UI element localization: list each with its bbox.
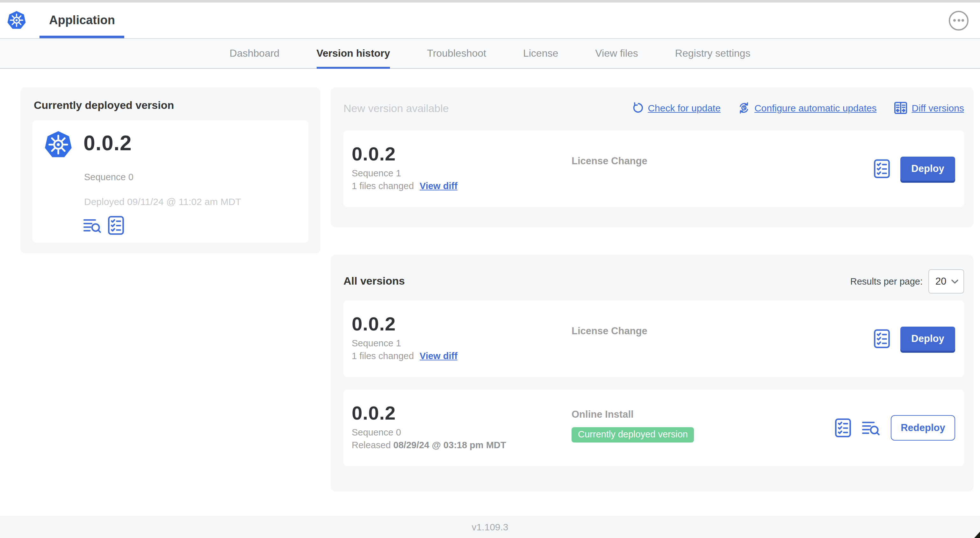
tab-version-history[interactable]: Version history (317, 39, 390, 68)
check-for-update-link[interactable]: Check for update (631, 102, 721, 114)
console-version: v1.109.3 (471, 521, 508, 532)
version-number: 0.0.2 (352, 314, 458, 333)
tab-view-files[interactable]: View files (595, 39, 638, 68)
results-per-page-select[interactable]: 20 (928, 269, 964, 294)
view-logs-icon[interactable] (83, 217, 102, 234)
preflight-checks-icon[interactable] (835, 418, 851, 437)
diff-icon (894, 101, 907, 114)
deployed-sequence: Sequence 0 (84, 172, 134, 182)
release-notes-label: License Change (571, 325, 648, 337)
view-logs-icon[interactable] (861, 419, 881, 436)
kubernetes-app-icon (43, 129, 73, 160)
all-versions-title: All versions (344, 275, 405, 288)
release-notes-label: License Change (571, 156, 648, 167)
version-number: 0.0.2 (352, 403, 506, 423)
currently-deployed-badge: Currently deployed version (571, 427, 694, 442)
new-version-title: New version available (344, 101, 449, 115)
version-row: 0.0.2 Sequence 1 1 files changed View di… (344, 300, 964, 377)
preflight-checks-icon[interactable] (873, 329, 890, 348)
deployed-version-number: 0.0.2 (83, 131, 132, 156)
diff-versions-link[interactable]: Diff versions (894, 101, 964, 114)
currently-deployed-card: 0.0.2 Sequence 0 Deployed 09/11/24 @ 11:… (32, 120, 309, 243)
app-header: Application (0, 3, 980, 39)
tab-troubleshoot[interactable]: Troubleshoot (427, 39, 486, 68)
preflight-checks-icon[interactable] (108, 216, 124, 235)
deployed-timestamp: Deployed 09/11/24 @ 11:02 am MDT (84, 196, 241, 207)
currently-deployed-panel: Currently deployed version (21, 87, 320, 253)
main-content: Currently deployed version (0, 69, 980, 516)
chevron-down-icon (951, 279, 958, 284)
version-sequence: Sequence 1 (352, 168, 458, 178)
redeploy-button[interactable]: Redeploy (891, 415, 955, 441)
all-versions-panel: All versions Results per page: 20 0.0.2 (331, 255, 974, 492)
files-changed-label: 1 files changed (352, 181, 414, 191)
tab-license[interactable]: License (523, 39, 558, 68)
footer: v1.109.3 (0, 516, 980, 538)
new-version-panel: New version available Check for update (331, 87, 974, 227)
view-diff-link[interactable]: View diff (420, 351, 458, 361)
tab-dashboard[interactable]: Dashboard (230, 39, 280, 68)
deploy-button[interactable]: Deploy (900, 327, 955, 351)
deploy-button[interactable]: Deploy (900, 157, 955, 181)
new-version-card: 0.0.2 Sequence 1 1 files changed View di… (344, 130, 964, 207)
released-timestamp: Released 08/29/24 @ 03:18 pm MDT (352, 440, 506, 450)
right-column: New version available Check for update (331, 87, 974, 492)
mouse-cursor (974, 532, 980, 538)
view-diff-link[interactable]: View diff (420, 181, 458, 191)
refresh-icon (631, 102, 643, 114)
kubernetes-logo-icon (6, 10, 27, 31)
version-nav: Dashboard Version history Troubleshoot L… (0, 39, 980, 69)
tab-registry-settings[interactable]: Registry settings (675, 39, 751, 68)
version-sequence: Sequence 1 (352, 338, 458, 348)
configure-automatic-updates-link[interactable]: Configure automatic updates (738, 102, 877, 114)
version-sequence: Sequence 0 (352, 427, 506, 437)
window-top-edge (0, 0, 980, 3)
install-type-label: Online Install (571, 409, 694, 420)
app-tab-application[interactable]: Application (40, 3, 124, 38)
files-changed-label: 1 files changed (352, 351, 414, 361)
more-menu-button[interactable] (949, 11, 969, 30)
version-number: 0.0.2 (352, 144, 458, 163)
preflight-checks-icon[interactable] (873, 159, 890, 178)
ellipsis-icon (953, 19, 956, 22)
app-title: Application (49, 13, 115, 27)
results-per-page-label: Results per page: (850, 276, 923, 287)
auto-update-clock-icon (738, 102, 750, 114)
version-row: 0.0.2 Sequence 0 Released 08/29/24 @ 03:… (344, 390, 964, 466)
currently-deployed-title: Currently deployed version (34, 99, 309, 112)
